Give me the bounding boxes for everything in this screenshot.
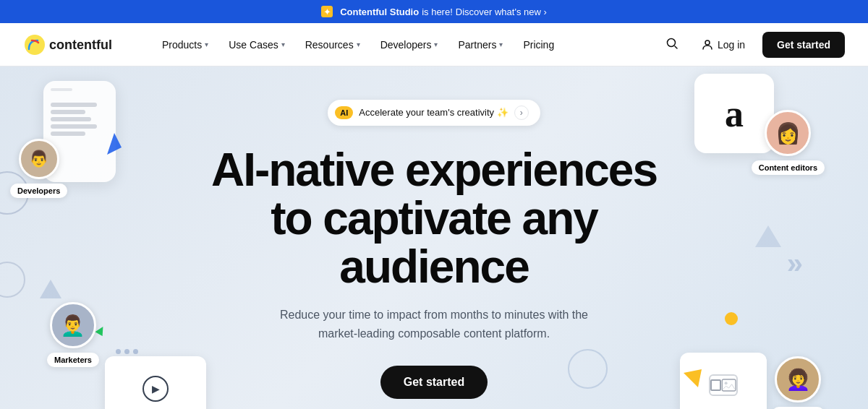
hero-section: 👨 Developers a 👩 Content editors »: [0, 66, 868, 409]
svg-point-3: [705, 40, 710, 45]
chevron-down-icon: ▾: [357, 40, 360, 48]
svg-point-2: [667, 39, 675, 47]
decorative-triangle: [40, 280, 61, 298]
log-in-label: Log in: [718, 39, 745, 51]
developer-avatar: 👨: [19, 139, 59, 179]
content-editors-label: Content editors: [752, 160, 825, 175]
yellow-dot-decoration: [725, 312, 738, 325]
chevron-down-icon: ▾: [434, 40, 438, 48]
announcement-cta[interactable]: Discover what's new ›: [456, 7, 547, 17]
yellow-arrow-icon: [684, 369, 705, 392]
svg-point-6: [724, 382, 727, 384]
search-button[interactable]: [660, 31, 684, 58]
ai-pill-text: Accelerate your team's creativity ✨: [359, 107, 508, 118]
hero-subtitle: Reduce your time to impact from months t…: [275, 306, 593, 343]
hero-title-line3: audience: [339, 241, 528, 293]
avatar-designers: 👩‍🦱 Designers: [772, 356, 825, 409]
nav-item-developers[interactable]: Developers ▾: [372, 33, 447, 56]
marketers-label: Marketers: [47, 353, 99, 367]
nav-actions: Log in Get started: [660, 31, 845, 58]
navigation: contentful Products ▾ Use Cases ▾ Resour…: [0, 23, 868, 66]
ai-pill-arrow-icon: ›: [514, 106, 529, 120]
svg-rect-5: [722, 379, 736, 391]
svg-text:contentful: contentful: [49, 38, 112, 52]
nav-item-partners[interactable]: Partners ▾: [449, 33, 511, 56]
decorative-triangle: [755, 225, 781, 247]
video-dots-decoration: [116, 349, 138, 354]
hero-title-line1: AI-native experiences: [211, 144, 657, 196]
nav-item-products[interactable]: Products ▾: [153, 33, 217, 56]
chevron-down-icon: ▾: [499, 40, 503, 48]
image-icon: [709, 374, 738, 396]
decorative-chevrons: »: [787, 247, 803, 280]
nav-item-resources[interactable]: Resources ▾: [297, 33, 369, 56]
ai-pill[interactable]: AI Accelerate your team's creativity ✨ ›: [328, 100, 540, 126]
log-in-button[interactable]: Log in: [693, 33, 754, 56]
chevron-down-icon: ▾: [205, 40, 208, 48]
blue-arrow-icon: [107, 133, 136, 158]
nav-item-pricing[interactable]: Pricing: [514, 33, 563, 56]
developers-label: Developers: [10, 184, 67, 198]
contentful-icon: ✦: [321, 6, 333, 17]
ai-badge: AI: [335, 106, 353, 119]
nav-links: Products ▾ Use Cases ▾ Resources ▾ Devel…: [153, 33, 660, 56]
chevron-down-icon: ▾: [281, 40, 285, 48]
get-started-nav-button[interactable]: Get started: [762, 32, 845, 58]
svg-point-0: [25, 35, 45, 55]
svg-marker-7: [684, 369, 702, 387]
announcement-text: is here!: [422, 7, 453, 17]
logo[interactable]: contentful: [23, 33, 124, 56]
designer-avatar: 👩‍🦱: [775, 356, 821, 402]
nav-item-use-cases[interactable]: Use Cases ▾: [220, 33, 293, 56]
avatar-content-editors: 👩 Content editors: [752, 110, 825, 175]
marketer-avatar: 👨‍🦱: [50, 302, 96, 348]
hero-title-line2: to captivate any: [271, 192, 597, 244]
video-card-decoration: ▶: [105, 356, 206, 409]
editor-avatar: 👩: [765, 110, 811, 156]
avatar-developers: 👨 Developers: [10, 139, 67, 198]
announcement-brand: Contentful Studio: [340, 7, 419, 17]
hero-cta-button[interactable]: Get started: [380, 366, 488, 399]
announcement-bar: ✦ Contentful Studio is here! Discover wh…: [0, 0, 868, 23]
hero-content: AI Accelerate your team's creativity ✨ ›…: [211, 100, 657, 400]
hero-title: AI-native experiences to captivate any a…: [211, 146, 657, 292]
svg-marker-4: [107, 133, 122, 155]
play-button-icon: ▶: [142, 376, 169, 402]
avatar-marketers: 👨‍🦱 Marketers: [47, 302, 99, 367]
decorative-circle: [0, 262, 25, 298]
